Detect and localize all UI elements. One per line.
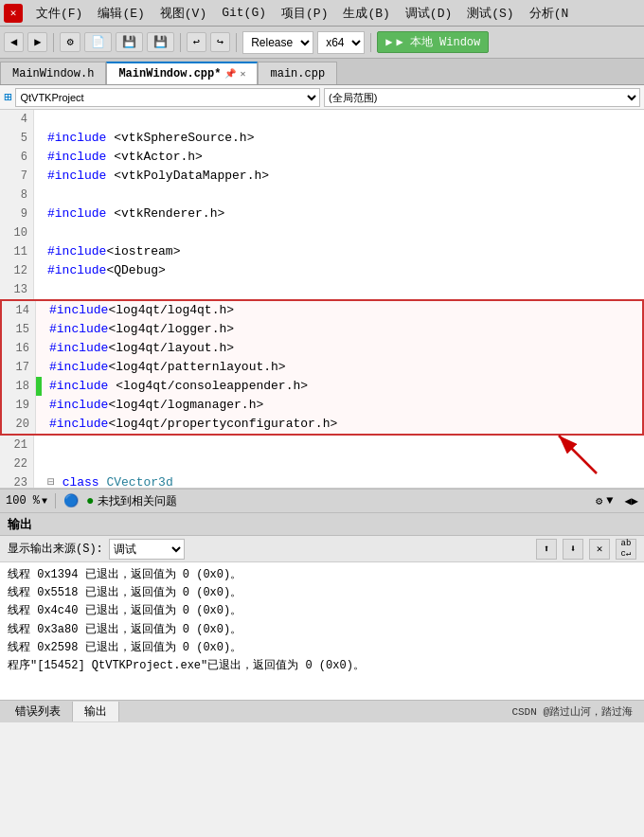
tab-label-mainwindow-cpp: MainWindow.cpp* — [118, 67, 221, 80]
menu-debug[interactable]: 调试(D) — [398, 3, 459, 24]
code-line-6: 6 #include <vtkActor.h> — [0, 148, 644, 167]
toolbar-sep-4 — [370, 33, 371, 52]
bottom-tab-output[interactable]: 输出 — [73, 702, 119, 721]
menu-test[interactable]: 测试(S) — [459, 3, 521, 24]
tab-mainwindow-cpp[interactable]: MainWindow.cpp* 📌 ✕ — [106, 62, 258, 84]
toolbar-sep-1 — [53, 33, 54, 52]
tabs-bar: MainWindow.h MainWindow.cpp* 📌 ✕ main.cp… — [0, 59, 644, 85]
settings-icon[interactable]: ⚙ — [596, 494, 602, 508]
code-line-4: 4 — [0, 110, 644, 129]
scope-select[interactable]: (全局范围) — [324, 88, 640, 107]
code-line-8: 8 — [0, 186, 644, 205]
status-message-area: ● 未找到相关问题 — [86, 493, 588, 509]
scope-icon: ⊞ — [4, 89, 11, 105]
dropdown-icon[interactable]: ▼ — [606, 494, 613, 508]
menu-analysis[interactable]: 分析(N — [522, 3, 577, 24]
output-btn-3[interactable]: ✕ — [589, 539, 610, 560]
tab-close-icon[interactable]: ✕ — [240, 68, 245, 80]
menu-edit[interactable]: 编辑(E) — [90, 3, 152, 24]
code-line-13: 13 — [0, 280, 644, 299]
toolbar-sep-3 — [236, 33, 237, 52]
code-line-17: 17 #include<log4qt/patternlayout.h> — [2, 358, 642, 377]
status-sep — [55, 493, 56, 508]
code-line-19: 19 #include<log4qt/logmanager.h> — [2, 396, 642, 415]
save-button[interactable]: 💾 — [116, 32, 143, 52]
highlighted-region: 14 #include<log4qt/log4qt.h> 15 #include… — [0, 299, 644, 436]
svg-line-1 — [559, 436, 597, 473]
code-line-7: 7 #include <vtkPolyDataMapper.h> — [0, 167, 644, 186]
forward-button[interactable]: ▶ — [27, 32, 47, 52]
zoom-dropdown-icon[interactable]: ▼ — [42, 496, 47, 507]
code-line-10: 10 — [0, 223, 644, 242]
red-arrow-svg — [540, 426, 616, 478]
tab-label-main-cpp: main.cpp — [270, 67, 325, 80]
menu-git[interactable]: Git(G) — [214, 4, 274, 22]
back-button[interactable]: ◀ — [4, 32, 24, 52]
undo-button[interactable]: ↩ — [187, 32, 206, 52]
code-line-12: 12 #include<QDebug> — [0, 261, 644, 280]
code-nav-bar: ⊞ QtVTKProject (全局范围) — [0, 85, 644, 110]
language-indicator[interactable]: 🔵 — [63, 493, 79, 508]
output-content[interactable]: 线程 0x1394 已退出，返回值为 0 (0x0)。 线程 0x5518 已退… — [0, 562, 644, 700]
menu-project[interactable]: 项目(P) — [274, 3, 335, 24]
app-logo: ✕ — [4, 4, 23, 23]
config-button[interactable]: ⚙ — [60, 32, 80, 52]
status-bar: 100 % ▼ 🔵 ● 未找到相关问题 ⚙ ▼ ◀▶ — [0, 489, 644, 513]
code-line-5: 5 #include <vtkSphereSource.h> — [0, 129, 644, 148]
tab-pin-icon[interactable]: 📌 — [224, 68, 236, 80]
code-line-18: 18 #include <log4qt/consoleappender.h> — [2, 377, 642, 396]
tab-mainwindow-h[interactable]: MainWindow.h — [0, 62, 106, 84]
output-source-select[interactable]: 调试 — [109, 539, 185, 560]
run-icon: ▶ — [385, 35, 392, 49]
tab-main-cpp[interactable]: main.cpp — [258, 62, 337, 84]
intellisense-icon: 🔵 — [63, 493, 79, 508]
menu-view[interactable]: 视图(V) — [152, 3, 214, 24]
tab-label-mainwindow-h: MainWindow.h — [12, 67, 94, 80]
output-line-2: 线程 0x5518 已退出，返回值为 0 (0x0)。 — [8, 584, 636, 602]
output-line-1: 线程 0x1394 已退出，返回值为 0 (0x0)。 — [8, 566, 636, 584]
code-editor[interactable]: 4 5 #include <vtkSphereSource.h> 6 #incl… — [0, 110, 644, 489]
menu-file[interactable]: 文件(F) — [28, 3, 90, 24]
zoom-level[interactable]: 100 % ▼ — [6, 494, 47, 508]
code-line-9: 9 #include <vtkRenderer.h> — [0, 205, 644, 223]
arch-select[interactable]: x64 — [317, 31, 365, 54]
status-right-controls: ⚙ ▼ ◀▶ — [596, 494, 638, 508]
release-select[interactable]: Release — [242, 31, 313, 54]
toolbar-sep-2 — [180, 33, 181, 52]
run-button[interactable]: ▶ ▶ 本地 Window — [377, 31, 489, 53]
code-line-11: 11 #include<iostream> — [0, 242, 644, 261]
output-line-3: 线程 0x4c40 已退出，返回值为 0 (0x0)。 — [8, 602, 636, 620]
output-line-5: 线程 0x2598 已退出，返回值为 0 (0x0)。 — [8, 639, 636, 657]
output-btn-2[interactable]: ⬇ — [563, 539, 583, 560]
output-btn-1[interactable]: ⬆ — [536, 539, 557, 560]
save2-button[interactable]: 💾 — [147, 32, 174, 52]
run-label: ▶ 本地 Window — [396, 34, 480, 50]
bottom-tab-errors[interactable]: 错误列表 — [4, 702, 73, 721]
output-panel-header: 输出 — [0, 513, 644, 536]
class-select[interactable]: QtVTKProject — [15, 88, 320, 107]
menu-build[interactable]: 生成(B) — [335, 3, 397, 24]
zoom-value: 100 % — [6, 494, 40, 508]
output-source-label: 显示输出来源(S): — [8, 541, 103, 557]
output-title: 输出 — [8, 516, 32, 533]
output-toolbar: 显示输出来源(S): 调试 ⬆ ⬇ ✕ abc↵ — [0, 536, 644, 562]
menu-bar: ✕ 文件(F) 编辑(E) 视图(V) Git(G) 项目(P) 生成(B) 调… — [0, 0, 644, 27]
editor-scroll: 4 5 #include <vtkSphereSource.h> 6 #incl… — [0, 110, 644, 488]
redo-button[interactable]: ↪ — [210, 32, 230, 52]
watermark-text: CSDN @踏过山河，踏过海 — [511, 704, 640, 719]
output-line-4: 线程 0x3a80 已退出，返回值为 0 (0x0)。 — [8, 621, 636, 639]
toolbar: ◀ ▶ ⚙ 📄 💾 💾 ↩ ↪ Release x64 ▶ ▶ 本地 Windo… — [0, 27, 644, 59]
status-message: 未找到相关问题 — [98, 493, 177, 509]
code-line-16: 16 #include<log4qt/layout.h> — [2, 339, 642, 358]
code-line-15: 15 #include<log4qt/logger.h> — [2, 320, 642, 339]
file-button[interactable]: 📄 — [84, 32, 112, 52]
output-wrap-btn[interactable]: abc↵ — [616, 539, 636, 560]
status-ok-icon: ● — [86, 493, 94, 508]
output-line-6: 程序"[15452] QtVTKProject.exe"已退出，返回值为 0 (… — [8, 657, 636, 675]
bottom-tabs-bar: 错误列表 输出 CSDN @踏过山河，踏过海 — [0, 700, 644, 722]
scroll-indicator: ◀▶ — [625, 494, 638, 508]
code-line-14: 14 #include<log4qt/log4qt.h> — [2, 301, 642, 320]
